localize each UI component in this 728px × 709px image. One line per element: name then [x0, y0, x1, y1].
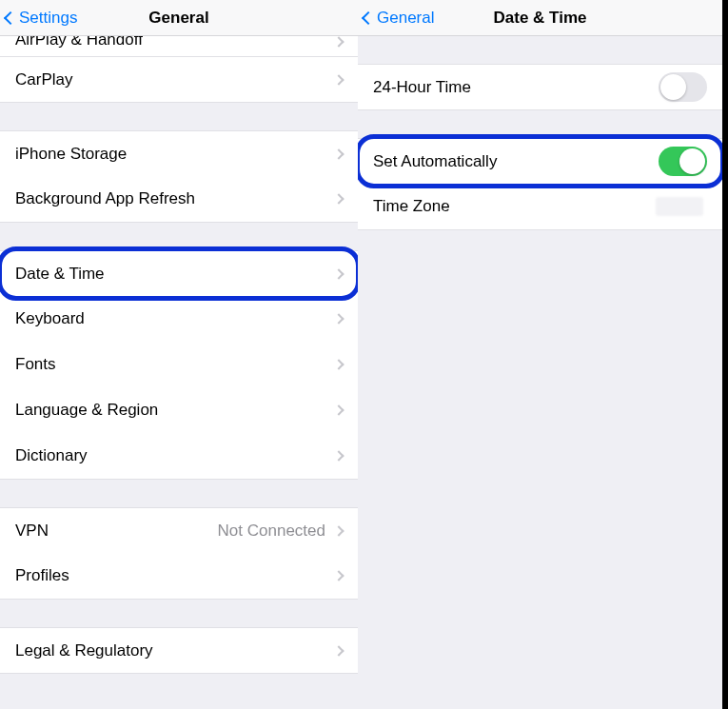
- navbar-general: Settings General: [0, 0, 358, 36]
- row-vpn[interactable]: VPN Not Connected: [0, 507, 358, 554]
- row-iphone-storage[interactable]: iPhone Storage: [0, 130, 358, 177]
- row-fonts[interactable]: Fonts: [0, 342, 358, 388]
- chevron-right-icon: [333, 313, 344, 324]
- row-label: Language & Region: [15, 401, 335, 420]
- row-carplay[interactable]: CarPlay: [0, 56, 358, 103]
- chevron-right-icon: [333, 36, 344, 47]
- row-dictionary[interactable]: Dictionary: [0, 433, 358, 480]
- chevron-right-icon: [333, 450, 344, 461]
- row-time-zone[interactable]: Time Zone: [358, 184, 722, 230]
- toggle-knob: [660, 74, 686, 100]
- toggle-24-hour-time[interactable]: [659, 72, 707, 102]
- date-time-panel: General Date & Time 24-Hour Time Set Aut…: [358, 0, 722, 709]
- row-label: VPN: [15, 522, 218, 541]
- row-label: 24-Hour Time: [373, 78, 659, 97]
- chevron-left-icon: [362, 10, 375, 24]
- row-keyboard[interactable]: Keyboard: [0, 296, 358, 343]
- row-legal-regulatory[interactable]: Legal & Regulatory: [0, 627, 358, 674]
- chevron-right-icon: [333, 268, 344, 279]
- section-gap: [0, 223, 358, 251]
- back-label: Settings: [19, 9, 77, 28]
- chevron-right-icon: [333, 570, 344, 581]
- row-value: Not Connected: [218, 522, 325, 541]
- chevron-right-icon: [333, 404, 344, 415]
- row-date-time[interactable]: Date & Time: [0, 250, 358, 297]
- row-label: AirPlay & Handoff: [15, 36, 335, 44]
- back-to-general[interactable]: General: [364, 0, 434, 35]
- chevron-right-icon: [333, 193, 344, 204]
- section-gap: [0, 600, 358, 628]
- row-label: Fonts: [15, 355, 335, 374]
- row-24-hour-time[interactable]: 24-Hour Time: [358, 64, 722, 110]
- toggle-set-automatically[interactable]: [659, 147, 707, 176]
- general-settings-panel: Settings General AirPlay & Handoff CarPl…: [0, 0, 358, 709]
- row-label: Keyboard: [15, 309, 335, 328]
- row-label: Time Zone: [373, 197, 656, 216]
- row-label: iPhone Storage: [15, 145, 335, 164]
- toggle-knob: [679, 148, 705, 174]
- general-content: AirPlay & Handoff CarPlay iPhone Storage…: [0, 36, 358, 709]
- section-gap: [358, 36, 722, 65]
- timezone-value-blurred: [656, 197, 703, 216]
- vertical-divider: [722, 0, 728, 709]
- row-label: Background App Refresh: [15, 189, 335, 208]
- chevron-right-icon: [333, 148, 344, 159]
- page-title-general: General: [148, 9, 208, 28]
- page-title-date-time: Date & Time: [494, 9, 587, 28]
- navbar-date-time: General Date & Time: [358, 0, 722, 36]
- row-airplay-handoff[interactable]: AirPlay & Handoff: [0, 36, 358, 57]
- row-label: Set Automatically: [373, 152, 659, 171]
- back-to-settings[interactable]: Settings: [6, 0, 77, 35]
- section-gap: [0, 103, 358, 131]
- chevron-right-icon: [333, 525, 344, 536]
- row-profiles[interactable]: Profiles: [0, 553, 358, 600]
- row-label: Legal & Regulatory: [15, 641, 335, 660]
- row-language-region[interactable]: Language & Region: [0, 387, 358, 434]
- date-time-content: 24-Hour Time Set Automatically Time Zone: [358, 36, 722, 709]
- section-gap: [358, 110, 722, 139]
- row-label: Profiles: [15, 566, 335, 585]
- row-label: Date & Time: [15, 265, 335, 284]
- row-background-app-refresh[interactable]: Background App Refresh: [0, 176, 358, 223]
- chevron-right-icon: [333, 359, 344, 369]
- section-gap: [0, 480, 358, 508]
- row-label: CarPlay: [15, 70, 335, 89]
- row-set-automatically[interactable]: Set Automatically: [358, 138, 722, 185]
- chevron-left-icon: [4, 10, 17, 24]
- back-label: General: [377, 9, 434, 28]
- chevron-right-icon: [333, 74, 344, 85]
- row-label: Dictionary: [15, 446, 335, 465]
- chevron-right-icon: [333, 645, 344, 656]
